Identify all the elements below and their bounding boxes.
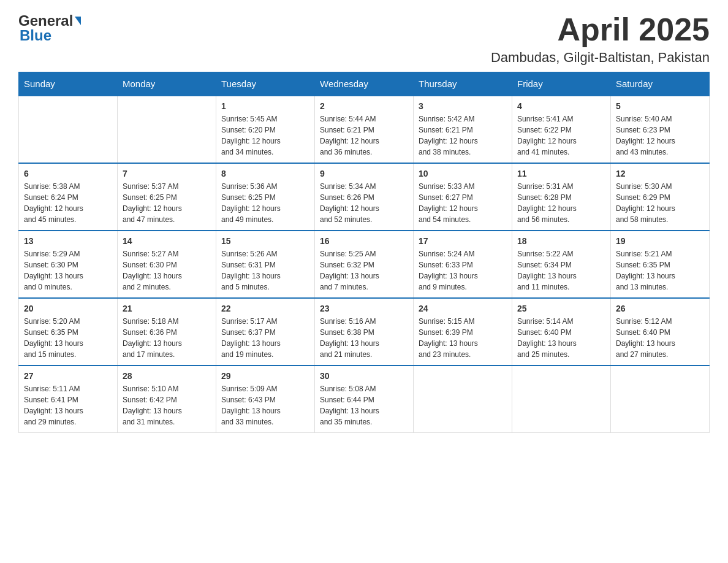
calendar-cell: 2Sunrise: 5:44 AM Sunset: 6:21 PM Daylig… bbox=[315, 96, 414, 163]
day-number: 5 bbox=[616, 101, 704, 111]
day-number: 29 bbox=[221, 371, 309, 381]
day-number: 12 bbox=[616, 169, 704, 178]
day-info: Sunrise: 5:10 AM Sunset: 6:42 PM Dayligh… bbox=[123, 383, 211, 427]
day-number: 30 bbox=[320, 371, 408, 381]
calendar-week-row: 27Sunrise: 5:11 AM Sunset: 6:41 PM Dayli… bbox=[19, 366, 710, 433]
calendar-table: SundayMondayTuesdayWednesdayThursdayFrid… bbox=[18, 72, 710, 433]
calendar-cell: 17Sunrise: 5:24 AM Sunset: 6:33 PM Dayli… bbox=[414, 231, 512, 298]
calendar-cell: 20Sunrise: 5:20 AM Sunset: 6:35 PM Dayli… bbox=[19, 298, 118, 366]
calendar-cell: 12Sunrise: 5:30 AM Sunset: 6:29 PM Dayli… bbox=[611, 163, 710, 231]
calendar-cell: 6Sunrise: 5:38 AM Sunset: 6:24 PM Daylig… bbox=[19, 163, 118, 231]
calendar-cell bbox=[611, 366, 710, 433]
day-number: 2 bbox=[320, 101, 408, 111]
location-label: Dambudas, Gilgit-Baltistan, Pakistan bbox=[491, 50, 710, 66]
title-area: April 2025 Dambudas, Gilgit-Baltistan, P… bbox=[491, 12, 710, 66]
day-number: 11 bbox=[517, 169, 605, 178]
day-info: Sunrise: 5:29 AM Sunset: 6:30 PM Dayligh… bbox=[24, 248, 112, 293]
weekday-header-wednesday: Wednesday bbox=[315, 72, 414, 96]
calendar-cell: 1Sunrise: 5:45 AM Sunset: 6:20 PM Daylig… bbox=[216, 96, 315, 163]
calendar-body: 1Sunrise: 5:45 AM Sunset: 6:20 PM Daylig… bbox=[19, 96, 710, 433]
calendar-cell: 28Sunrise: 5:10 AM Sunset: 6:42 PM Dayli… bbox=[118, 366, 216, 433]
day-info: Sunrise: 5:45 AM Sunset: 6:20 PM Dayligh… bbox=[221, 113, 309, 158]
calendar-cell: 30Sunrise: 5:08 AM Sunset: 6:44 PM Dayli… bbox=[315, 366, 414, 433]
calendar-cell: 5Sunrise: 5:40 AM Sunset: 6:23 PM Daylig… bbox=[611, 96, 710, 163]
calendar-week-row: 13Sunrise: 5:29 AM Sunset: 6:30 PM Dayli… bbox=[19, 231, 710, 298]
calendar-cell: 10Sunrise: 5:33 AM Sunset: 6:27 PM Dayli… bbox=[414, 163, 512, 231]
page-header: General Blue April 2025 Dambudas, Gilgit… bbox=[18, 12, 710, 66]
day-number: 20 bbox=[24, 304, 112, 313]
calendar-cell: 16Sunrise: 5:25 AM Sunset: 6:32 PM Dayli… bbox=[315, 231, 414, 298]
day-info: Sunrise: 5:11 AM Sunset: 6:41 PM Dayligh… bbox=[24, 383, 112, 427]
day-info: Sunrise: 5:34 AM Sunset: 6:26 PM Dayligh… bbox=[320, 181, 408, 225]
day-info: Sunrise: 5:36 AM Sunset: 6:25 PM Dayligh… bbox=[221, 181, 309, 225]
calendar-cell bbox=[414, 366, 512, 433]
day-number: 10 bbox=[419, 169, 507, 178]
day-info: Sunrise: 5:30 AM Sunset: 6:29 PM Dayligh… bbox=[616, 181, 704, 225]
day-info: Sunrise: 5:18 AM Sunset: 6:36 PM Dayligh… bbox=[123, 316, 211, 360]
day-number: 8 bbox=[221, 169, 309, 178]
day-info: Sunrise: 5:09 AM Sunset: 6:43 PM Dayligh… bbox=[221, 383, 309, 427]
day-info: Sunrise: 5:08 AM Sunset: 6:44 PM Dayligh… bbox=[320, 383, 408, 427]
day-number: 1 bbox=[221, 101, 309, 111]
day-number: 7 bbox=[123, 169, 211, 178]
day-info: Sunrise: 5:37 AM Sunset: 6:25 PM Dayligh… bbox=[123, 181, 211, 225]
day-number: 23 bbox=[320, 304, 408, 313]
day-number: 21 bbox=[123, 304, 211, 313]
calendar-cell: 19Sunrise: 5:21 AM Sunset: 6:35 PM Dayli… bbox=[611, 231, 710, 298]
day-number: 17 bbox=[419, 236, 507, 246]
day-number: 6 bbox=[24, 169, 112, 178]
day-number: 4 bbox=[517, 101, 605, 111]
weekday-header-tuesday: Tuesday bbox=[216, 72, 315, 96]
day-number: 27 bbox=[24, 371, 112, 381]
weekday-header-friday: Friday bbox=[512, 72, 611, 96]
day-info: Sunrise: 5:41 AM Sunset: 6:22 PM Dayligh… bbox=[517, 113, 605, 158]
calendar-cell: 9Sunrise: 5:34 AM Sunset: 6:26 PM Daylig… bbox=[315, 163, 414, 231]
day-number: 9 bbox=[320, 169, 408, 178]
calendar-cell: 26Sunrise: 5:12 AM Sunset: 6:40 PM Dayli… bbox=[611, 298, 710, 366]
calendar-cell: 18Sunrise: 5:22 AM Sunset: 6:34 PM Dayli… bbox=[512, 231, 611, 298]
day-info: Sunrise: 5:22 AM Sunset: 6:34 PM Dayligh… bbox=[517, 248, 605, 293]
calendar-cell: 11Sunrise: 5:31 AM Sunset: 6:28 PM Dayli… bbox=[512, 163, 611, 231]
month-title: April 2025 bbox=[491, 12, 710, 47]
day-number: 18 bbox=[517, 236, 605, 246]
day-info: Sunrise: 5:40 AM Sunset: 6:23 PM Dayligh… bbox=[616, 113, 704, 158]
day-info: Sunrise: 5:21 AM Sunset: 6:35 PM Dayligh… bbox=[616, 248, 704, 293]
day-number: 15 bbox=[221, 236, 309, 246]
day-number: 22 bbox=[221, 304, 309, 313]
calendar-cell: 14Sunrise: 5:27 AM Sunset: 6:30 PM Dayli… bbox=[118, 231, 216, 298]
day-info: Sunrise: 5:16 AM Sunset: 6:38 PM Dayligh… bbox=[320, 316, 408, 360]
calendar-cell bbox=[19, 96, 118, 163]
day-info: Sunrise: 5:42 AM Sunset: 6:21 PM Dayligh… bbox=[419, 113, 507, 158]
day-number: 25 bbox=[517, 304, 605, 313]
calendar-cell: 25Sunrise: 5:14 AM Sunset: 6:40 PM Dayli… bbox=[512, 298, 611, 366]
calendar-cell: 23Sunrise: 5:16 AM Sunset: 6:38 PM Dayli… bbox=[315, 298, 414, 366]
weekday-header-saturday: Saturday bbox=[611, 72, 710, 96]
day-number: 19 bbox=[616, 236, 704, 246]
calendar-cell: 4Sunrise: 5:41 AM Sunset: 6:22 PM Daylig… bbox=[512, 96, 611, 163]
calendar-cell: 21Sunrise: 5:18 AM Sunset: 6:36 PM Dayli… bbox=[118, 298, 216, 366]
day-info: Sunrise: 5:25 AM Sunset: 6:32 PM Dayligh… bbox=[320, 248, 408, 293]
day-info: Sunrise: 5:17 AM Sunset: 6:37 PM Dayligh… bbox=[221, 316, 309, 360]
day-number: 16 bbox=[320, 236, 408, 246]
day-number: 24 bbox=[419, 304, 507, 313]
day-info: Sunrise: 5:14 AM Sunset: 6:40 PM Dayligh… bbox=[517, 316, 605, 360]
day-info: Sunrise: 5:44 AM Sunset: 6:21 PM Dayligh… bbox=[320, 113, 408, 158]
day-number: 28 bbox=[123, 371, 211, 381]
calendar-cell: 22Sunrise: 5:17 AM Sunset: 6:37 PM Dayli… bbox=[216, 298, 315, 366]
day-number: 26 bbox=[616, 304, 704, 313]
calendar-cell: 3Sunrise: 5:42 AM Sunset: 6:21 PM Daylig… bbox=[414, 96, 512, 163]
calendar-cell: 13Sunrise: 5:29 AM Sunset: 6:30 PM Dayli… bbox=[19, 231, 118, 298]
calendar-week-row: 1Sunrise: 5:45 AM Sunset: 6:20 PM Daylig… bbox=[19, 96, 710, 163]
day-info: Sunrise: 5:15 AM Sunset: 6:39 PM Dayligh… bbox=[419, 316, 507, 360]
day-info: Sunrise: 5:12 AM Sunset: 6:40 PM Dayligh… bbox=[616, 316, 704, 360]
day-info: Sunrise: 5:31 AM Sunset: 6:28 PM Dayligh… bbox=[517, 181, 605, 225]
day-info: Sunrise: 5:20 AM Sunset: 6:35 PM Dayligh… bbox=[24, 316, 112, 360]
weekday-header-thursday: Thursday bbox=[414, 72, 512, 96]
weekday-header-monday: Monday bbox=[118, 72, 216, 96]
logo: General Blue bbox=[18, 12, 81, 44]
calendar-cell: 7Sunrise: 5:37 AM Sunset: 6:25 PM Daylig… bbox=[118, 163, 216, 231]
calendar-cell: 8Sunrise: 5:36 AM Sunset: 6:25 PM Daylig… bbox=[216, 163, 315, 231]
calendar-cell: 27Sunrise: 5:11 AM Sunset: 6:41 PM Dayli… bbox=[19, 366, 118, 433]
logo-blue-text: Blue bbox=[20, 27, 51, 44]
logo-triangle-icon bbox=[75, 17, 81, 25]
